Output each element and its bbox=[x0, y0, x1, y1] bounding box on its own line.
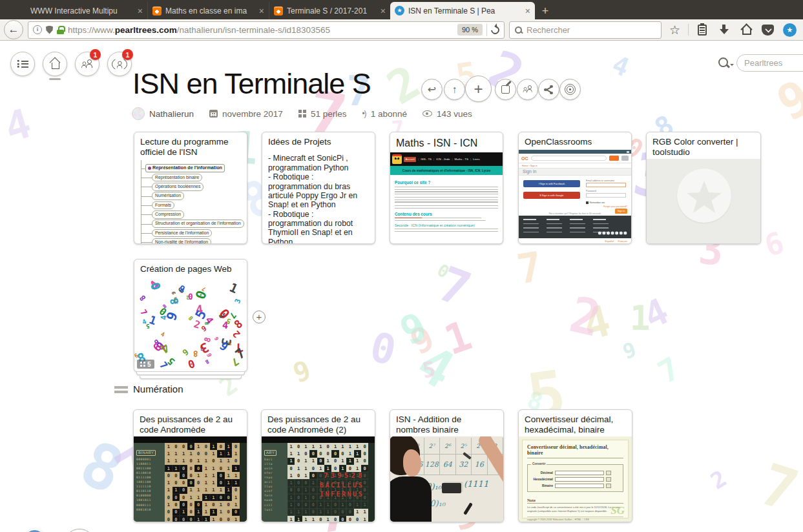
pocket-icon bbox=[762, 25, 774, 36]
downloads-button[interactable] bbox=[715, 21, 733, 39]
add-pearl-inline-button[interactable]: + bbox=[253, 311, 266, 323]
site-logo bbox=[392, 154, 402, 164]
section-title[interactable]: Numération bbox=[133, 384, 183, 394]
pocket-button[interactable] bbox=[759, 21, 777, 39]
chevron-down-icon bbox=[730, 64, 734, 68]
site-search-box bbox=[531, 156, 607, 161]
binary-image-thumbnail: BINARY 000000111000110011100011001001111… bbox=[134, 436, 247, 522]
bookmarks-menu-button[interactable] bbox=[693, 21, 711, 39]
tree-item: Numérisation bbox=[152, 192, 184, 200]
remember-me-checkbox: Remember me bbox=[586, 201, 605, 204]
person-silhouette bbox=[403, 449, 421, 476]
pearl-card-convertisseur[interactable]: Convertisseur décimal, hexadécimal, bina… bbox=[518, 409, 632, 522]
note-text: Le code JavaScript de ce convertisseur a… bbox=[527, 506, 623, 513]
whiteboard-video-thumbnail: 2⁸2⁷2⁶2⁵2⁴22561286432168 (30)₁₀ (1111 (6… bbox=[390, 436, 503, 522]
converter-input bbox=[555, 471, 604, 475]
views-icon bbox=[422, 110, 432, 117]
navigation-toolbar: ← i https://www.pearltrees.com/nathalier… bbox=[0, 19, 803, 41]
tab-close-button[interactable]: × bbox=[381, 6, 386, 15]
pearl-card-openclassrooms[interactable]: OpenClassrooms OC Home › Sign in Sign in… bbox=[518, 132, 632, 244]
site-favicon bbox=[152, 6, 162, 15]
pearl-card-andromede-1[interactable]: Des puissances de 2 au code Andromède BI… bbox=[133, 409, 247, 522]
tab-close-button[interactable]: × bbox=[525, 6, 530, 15]
tab-close-button[interactable]: × bbox=[259, 6, 264, 15]
pt-share-button[interactable] bbox=[538, 79, 559, 100]
register-text: Not a member yet? Register for free in 3… bbox=[519, 212, 631, 215]
breadcrumb: Home › Sign in bbox=[519, 163, 631, 168]
converter-input bbox=[555, 484, 604, 488]
subscribers-count: 1 abonné bbox=[371, 109, 407, 119]
whiteboard-eraser bbox=[442, 483, 461, 493]
converter-rows: DécimalHexadécimalBinaire bbox=[531, 471, 620, 488]
date-label: novembre 2017 bbox=[222, 109, 283, 119]
browser-search-field[interactable]: Rechercher bbox=[509, 21, 662, 39]
browser-tab[interactable]: ★ISN en Terminale S | Pea× bbox=[390, 2, 535, 19]
site-button bbox=[609, 156, 619, 161]
browser-tab[interactable]: Maths en classe en ima× bbox=[147, 2, 269, 19]
converter-button bbox=[606, 477, 611, 482]
cookie-banner bbox=[519, 150, 631, 154]
search-icon bbox=[515, 26, 522, 34]
openclassrooms-logo: OC bbox=[521, 156, 528, 161]
home-button[interactable] bbox=[737, 21, 755, 39]
team-button[interactable]: 1 bbox=[75, 52, 99, 76]
pearl-card-andromede-2[interactable]: Des puissances de 2 au code Andromède (2… bbox=[261, 409, 375, 522]
author-name[interactable]: Nathalierun bbox=[149, 109, 194, 119]
menu-button[interactable] bbox=[10, 52, 35, 76]
calendar-icon bbox=[209, 110, 218, 118]
browser-window: WWW Interactive Multipu×Maths en classe … bbox=[0, 0, 803, 532]
url-bar[interactable]: i https://www.pearltrees.com/nathalierun… bbox=[28, 21, 505, 39]
section-handle-icon[interactable] bbox=[114, 385, 128, 394]
tree-item: Représentation binaire bbox=[152, 174, 202, 182]
pearl-card-rgb-converter[interactable]: RGB Color converter | toolstudio bbox=[646, 132, 761, 244]
browser-tab[interactable]: Terminale S / 2017-201× bbox=[269, 2, 390, 19]
avatar[interactable] bbox=[132, 107, 145, 120]
browser-tab[interactable]: WWW Interactive Multipu× bbox=[26, 2, 147, 19]
pearltrees-search-input[interactable]: Pearltrees bbox=[736, 54, 803, 72]
tab-title: Maths en classe en ima bbox=[165, 6, 255, 15]
radar-button[interactable]: 1 bbox=[107, 52, 132, 76]
reload-button[interactable] bbox=[489, 24, 501, 36]
pt-add-button[interactable]: + bbox=[465, 76, 492, 102]
pt-back-button[interactable]: ↩ bbox=[421, 79, 443, 100]
handwriting: (1111 bbox=[464, 479, 488, 489]
tab-title: ISN en Terminale S | Pea bbox=[408, 6, 521, 15]
notification-badge: 1 bbox=[122, 49, 133, 60]
copyright-text: copyright © 2005-2016 Sébastien Guillon … bbox=[527, 517, 623, 521]
card-title: Maths - ISN - ICN bbox=[390, 132, 503, 152]
tree-item: Non-rivalité de l'information bbox=[152, 238, 211, 243]
pt-up-button[interactable]: ↑ bbox=[444, 79, 465, 100]
language-links: Español Français bbox=[519, 238, 631, 243]
pearl-card-addition-binaire[interactable]: ISN - Addition de nombres binaire 2⁸2⁷2⁶… bbox=[390, 409, 504, 522]
pearls-count: 51 perles bbox=[311, 109, 347, 119]
bookmark-star-button[interactable]: ☆ bbox=[666, 21, 683, 39]
pearls-icon bbox=[298, 110, 306, 118]
converter-button bbox=[606, 471, 611, 475]
card-title: Création de pages Web bbox=[134, 260, 247, 277]
back-button[interactable]: ← bbox=[4, 20, 23, 39]
home-pearltree-button[interactable] bbox=[43, 52, 67, 76]
search-icon[interactable] bbox=[718, 57, 729, 68]
pearl-card-pages-web[interactable]: Création de pages Web 665974465278584783… bbox=[134, 259, 247, 372]
pt-target-button[interactable] bbox=[559, 79, 581, 100]
pt-edit-button[interactable] bbox=[495, 79, 516, 100]
pt-members-button[interactable] bbox=[517, 79, 538, 100]
tracking-protection-icon[interactable] bbox=[46, 26, 53, 34]
tab-close-button[interactable]: × bbox=[138, 6, 143, 15]
numbers-image-thumbnail: 6659744652785847837660081443986706603944… bbox=[134, 277, 247, 371]
stacked-card-edge bbox=[136, 372, 245, 375]
clipboard-icon bbox=[698, 25, 707, 36]
pearl-card-maths-isn-icn[interactable]: Maths - ISN - ICN Accueil|ISN - TS|ICN -… bbox=[390, 132, 503, 244]
pearltrees-search[interactable]: Pearltrees bbox=[718, 54, 803, 72]
pearltrees-extension-button[interactable]: ★ bbox=[781, 21, 798, 39]
card-title: RGB Color converter | toolstudio bbox=[647, 132, 760, 161]
card-title: Des puissances de 2 au code Andromède bbox=[134, 410, 247, 438]
pearl-card-projets[interactable]: Idées de Projets - Minecraft et SonicPi … bbox=[262, 132, 375, 244]
meta-row: Nathalierun novembre 2017 51 perles •) 1… bbox=[132, 107, 472, 120]
new-tab-button[interactable]: + bbox=[535, 3, 556, 19]
team-icon bbox=[81, 59, 94, 69]
pearl-card-programme[interactable]: Lecture du programme officiel de l'ISN R… bbox=[134, 132, 247, 244]
site-button bbox=[621, 156, 629, 161]
zoom-level-badge[interactable]: 90 % bbox=[457, 24, 483, 36]
page-info-icon[interactable]: i bbox=[33, 25, 42, 34]
